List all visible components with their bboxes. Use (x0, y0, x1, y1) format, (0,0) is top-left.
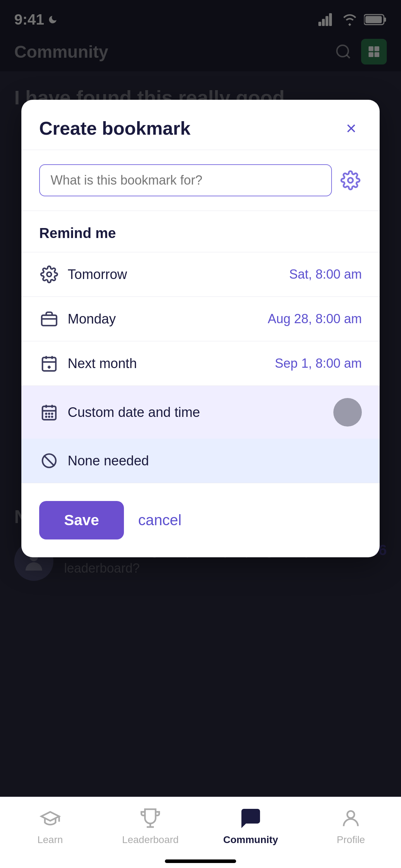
no-symbol-icon (40, 452, 58, 470)
remind-option-tomorrow-left: Tomorrow (39, 264, 127, 284)
next-month-date: Sep 1, 8:00 am (275, 356, 362, 371)
monday-label: Monday (68, 311, 116, 327)
tomorrow-icon (39, 264, 59, 284)
next-month-icon (39, 353, 59, 373)
person-icon (340, 807, 361, 829)
leaderboard-label: Leaderboard (122, 834, 179, 846)
custom-icon (39, 402, 59, 422)
gear-icon (340, 170, 360, 190)
learn-label: Learn (37, 834, 63, 846)
clock-icon (40, 265, 58, 283)
bookmark-input-row (21, 150, 380, 211)
nav-item-community[interactable]: Community (200, 806, 301, 846)
community-label: Community (223, 834, 278, 846)
remind-option-tomorrow[interactable]: Tomorrow Sat, 8:00 am (21, 252, 380, 297)
remind-option-monday-left: Monday (39, 309, 116, 329)
svg-point-12 (348, 178, 353, 183)
remind-title: Remind me (39, 225, 362, 241)
tomorrow-label: Tomorrow (68, 267, 127, 282)
svg-point-13 (47, 272, 52, 277)
create-bookmark-modal: Create bookmark × Remind me (21, 100, 380, 557)
tomorrow-date: Sat, 8:00 am (289, 267, 362, 282)
none-label: None needed (68, 453, 149, 469)
calendar-grid-icon (40, 403, 58, 421)
briefcase-icon (40, 310, 58, 328)
remind-option-custom[interactable]: Custom date and time (21, 386, 380, 439)
community-icon (238, 806, 263, 831)
remind-section: Remind me (21, 211, 380, 252)
svg-point-37 (347, 811, 354, 818)
save-button[interactable]: Save (39, 501, 124, 539)
svg-rect-14 (42, 315, 57, 326)
bookmark-input[interactable] (39, 164, 332, 196)
profile-icon (338, 806, 363, 831)
none-icon (39, 451, 59, 471)
remind-option-none[interactable]: None needed (21, 439, 380, 483)
remind-option-monday[interactable]: Monday Aug 28, 8:00 am (21, 297, 380, 341)
home-indicator (165, 859, 236, 863)
remind-option-next-month-left: Next month (39, 353, 137, 373)
nav-item-learn[interactable]: Learn (0, 806, 100, 846)
remind-option-next-month[interactable]: Next month Sep 1, 8:00 am (21, 341, 380, 386)
profile-label: Profile (337, 834, 365, 846)
modal-footer: Save cancel (21, 483, 380, 557)
calendar-plus-icon (40, 355, 58, 372)
settings-icon[interactable] (339, 169, 362, 192)
chat-icon (239, 806, 262, 830)
custom-toggle[interactable] (333, 398, 362, 427)
monday-date: Aug 28, 8:00 am (268, 311, 362, 326)
nav-item-profile[interactable]: Profile (301, 806, 401, 846)
monday-icon (39, 309, 59, 329)
learn-icon (38, 806, 63, 831)
trophy-icon (140, 807, 161, 829)
custom-label: Custom date and time (68, 405, 200, 420)
svg-line-33 (44, 455, 54, 466)
modal-close-button[interactable]: × (340, 118, 362, 139)
graduation-icon (40, 807, 61, 829)
leaderboard-icon (138, 806, 163, 831)
bottom-nav: Learn Leaderboard Community (0, 797, 401, 868)
remind-option-custom-left: Custom date and time (39, 402, 200, 422)
modal-header: Create bookmark × (21, 100, 380, 150)
modal-title: Create bookmark (39, 118, 191, 139)
svg-rect-16 (42, 357, 56, 371)
remind-option-none-left: None needed (39, 451, 149, 471)
cancel-button[interactable]: cancel (138, 512, 181, 529)
remind-options: Tomorrow Sat, 8:00 am Monday Aug 28, 8:0… (21, 252, 380, 483)
next-month-label: Next month (68, 356, 137, 371)
nav-item-leaderboard[interactable]: Leaderboard (100, 806, 201, 846)
